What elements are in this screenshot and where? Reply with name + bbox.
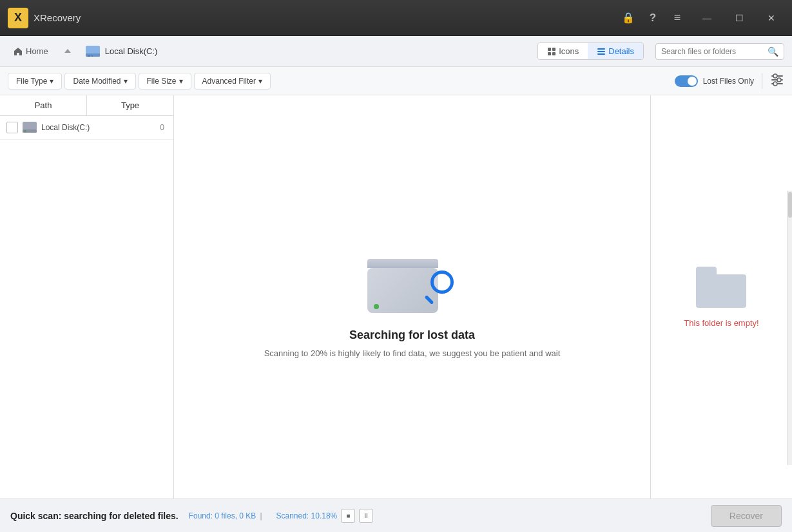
svg-rect-4 xyxy=(548,48,551,51)
magnify-icon xyxy=(424,271,458,304)
file-size-filter[interactable]: File Size ▾ xyxy=(139,73,191,90)
svg-rect-0 xyxy=(86,46,100,55)
lost-files-toggle: Lost Files Only xyxy=(675,75,754,87)
svg-rect-17 xyxy=(23,122,37,130)
advanced-filter[interactable]: Advanced Filter ▾ xyxy=(194,73,271,90)
date-modified-filter[interactable]: Date Modified ▾ xyxy=(64,73,135,90)
details-view-label: Details xyxy=(608,46,634,56)
advanced-filter-chevron-icon: ▾ xyxy=(258,77,262,86)
pause-icon: ⏸ xyxy=(363,512,369,519)
view-toggle: Icons Details xyxy=(537,43,644,60)
breadcrumb-text: Local Disk(C:) xyxy=(105,46,158,56)
path-column-header: Path xyxy=(0,95,87,115)
filter-separator xyxy=(762,73,762,89)
svg-point-14 xyxy=(773,74,777,78)
scanned-label: Scanned: 10.18% xyxy=(276,511,338,520)
svg-rect-2 xyxy=(88,55,90,57)
svg-point-15 xyxy=(777,78,781,82)
file-type-filter[interactable]: File Type ▾ xyxy=(8,73,62,90)
home-label: Home xyxy=(26,46,48,56)
nav-bar: Home Local Disk(C:) Icons xyxy=(0,36,792,67)
list-item[interactable]: Local Disk(C:) 0 xyxy=(0,116,173,140)
title-bar: X XRecovery 🔒 ? ≡ — ☐ ✕ xyxy=(0,0,792,36)
lost-files-label: Lost Files Only xyxy=(703,77,754,86)
left-panel: Path Type Local Disk(C:) 0 xyxy=(0,95,174,499)
file-type-chevron-icon: ▾ xyxy=(50,77,53,86)
details-view-icon xyxy=(597,47,606,56)
item-checkbox[interactable] xyxy=(6,122,18,133)
status-main-text: Quick scan: searching for deleted files. xyxy=(10,511,179,521)
home-icon xyxy=(13,46,23,57)
file-size-chevron-icon: ▾ xyxy=(179,77,183,86)
maximize-button[interactable]: ☐ xyxy=(726,8,752,28)
status-separator: | xyxy=(260,511,262,520)
type-column-header: Type xyxy=(87,95,173,115)
svg-point-19 xyxy=(24,130,26,132)
svg-rect-8 xyxy=(597,48,605,50)
close-button[interactable]: ✕ xyxy=(758,8,784,28)
drive-small-icon xyxy=(22,121,37,134)
drive-icon xyxy=(84,44,101,59)
recover-button[interactable]: Recover xyxy=(711,505,782,527)
search-input[interactable] xyxy=(661,47,768,56)
lock-icon-btn[interactable]: 🔒 xyxy=(618,8,639,28)
icons-view-button[interactable]: Icons xyxy=(538,43,588,59)
breadcrumb: Local Disk(C:) xyxy=(84,44,158,59)
lost-files-switch[interactable] xyxy=(675,75,698,87)
date-modified-chevron-icon: ▾ xyxy=(124,77,128,86)
scrollbar-thumb[interactable] xyxy=(788,192,792,218)
found-label: Found: 0 files, 0 KB xyxy=(189,511,256,520)
main-content: Path Type Local Disk(C:) 0 xyxy=(0,95,792,499)
scan-illustration xyxy=(367,236,458,313)
stop-icon: ■ xyxy=(346,512,350,519)
svg-rect-6 xyxy=(548,52,551,55)
svg-rect-3 xyxy=(92,55,93,57)
main-scrollbar[interactable] xyxy=(787,191,792,465)
app-logo: X xyxy=(8,8,28,28)
help-icon-btn[interactable]: ? xyxy=(642,8,663,28)
home-button[interactable]: Home xyxy=(8,44,53,59)
svg-point-16 xyxy=(773,82,777,86)
scan-settings-icon[interactable] xyxy=(770,73,784,90)
filter-bar: File Type ▾ Date Modified ▾ File Size ▾ … xyxy=(0,67,792,95)
glass-circle xyxy=(430,271,454,294)
icons-view-label: Icons xyxy=(559,46,579,56)
app-name: XRecovery xyxy=(34,12,618,23)
menu-icon-btn[interactable]: ≡ xyxy=(667,8,688,28)
scan-subtitle: Scanning to 20% is highly likely to find… xyxy=(264,348,561,358)
nav-up-button[interactable] xyxy=(59,43,77,61)
svg-rect-10 xyxy=(597,53,605,55)
titlebar-controls: 🔒 ? ≡ — ☐ ✕ xyxy=(618,8,784,28)
stop-button[interactable]: ■ xyxy=(341,509,355,523)
svg-rect-9 xyxy=(597,51,605,52)
up-arrow-icon xyxy=(63,47,72,56)
scan-title: Searching for lost data xyxy=(349,328,475,342)
folder-back xyxy=(696,274,746,308)
pause-button[interactable]: ⏸ xyxy=(359,509,373,523)
scan-icon xyxy=(770,73,784,87)
left-panel-header: Path Type xyxy=(0,95,173,116)
glass-handle xyxy=(424,295,434,305)
folder-large-icon xyxy=(696,267,748,308)
empty-folder-text: This folder is empty! xyxy=(684,318,758,328)
center-panel: Searching for lost data Scanning to 20% … xyxy=(174,95,650,499)
drive-label: Local Disk(C:) xyxy=(41,123,156,132)
folder-tab xyxy=(696,267,717,274)
status-bar: Quick scan: searching for deleted files.… xyxy=(0,499,792,532)
details-view-button[interactable]: Details xyxy=(588,43,643,59)
search-box[interactable]: 🔍 xyxy=(655,43,784,60)
disk-led xyxy=(374,304,379,309)
right-panel: This folder is empty! xyxy=(650,95,792,499)
svg-rect-7 xyxy=(552,52,555,55)
icons-view-icon xyxy=(547,47,556,56)
disk-top xyxy=(367,259,438,268)
drive-count: 0 xyxy=(160,123,164,132)
search-icon: 🔍 xyxy=(768,46,778,57)
svg-rect-5 xyxy=(552,48,555,51)
minimize-button[interactable]: — xyxy=(694,8,720,28)
